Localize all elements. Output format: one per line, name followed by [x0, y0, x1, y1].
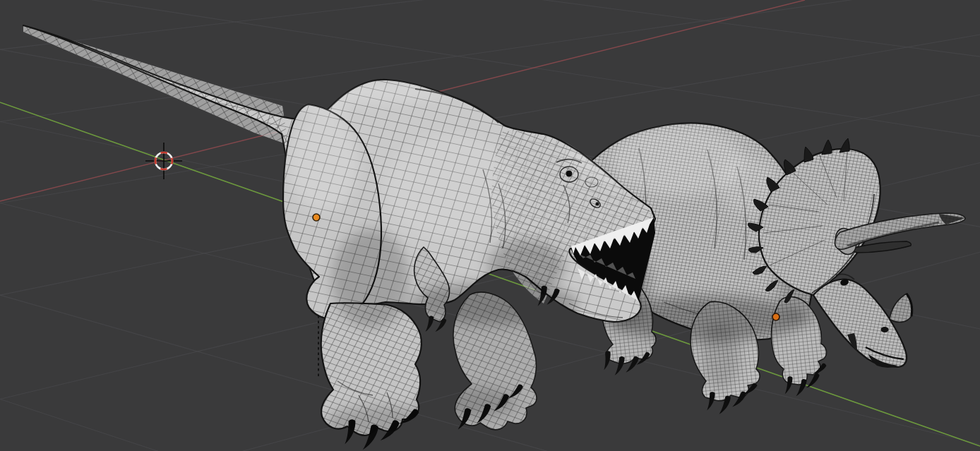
- viewport-3d[interactable]: [0, 0, 980, 451]
- trex-eye: [566, 171, 573, 177]
- origin-point-triceratops[interactable]: [772, 313, 779, 320]
- triceratops-nostril: [881, 327, 889, 332]
- origin-point-trex[interactable]: [313, 214, 320, 221]
